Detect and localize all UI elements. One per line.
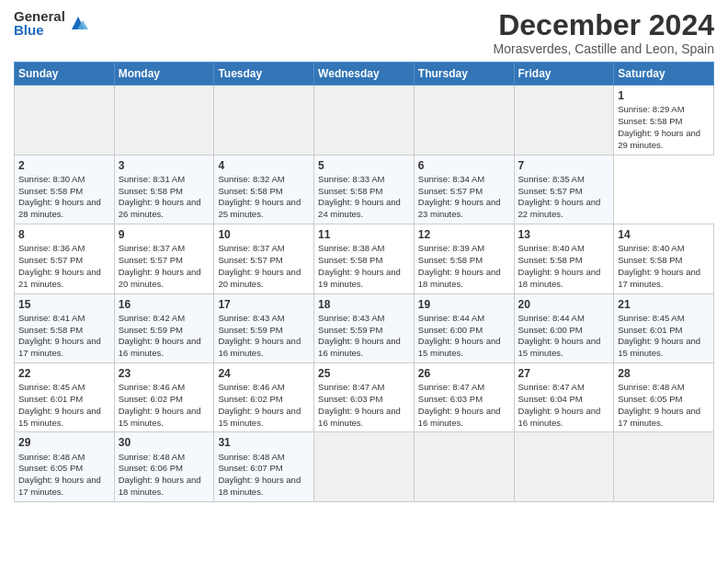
day-number: 4 (218, 158, 310, 173)
week-row-5: 29Sunrise: 8:48 AMSunset: 6:05 PMDayligh… (15, 432, 714, 501)
day-number: 23 (119, 366, 210, 381)
calendar-cell: 5Sunrise: 8:33 AMSunset: 5:58 PMDaylight… (314, 155, 415, 224)
daylight: Daylight: 9 hours and 23 minutes. (418, 197, 501, 219)
sunset: Sunset: 6:03 PM (318, 394, 382, 404)
calendar-cell: 16Sunrise: 8:42 AMSunset: 5:59 PMDayligh… (114, 293, 214, 362)
sunrise: Sunrise: 8:47 AM (318, 382, 384, 392)
daylight: Daylight: 9 hours and 24 minutes. (318, 197, 401, 219)
calendar-cell: 15Sunrise: 8:41 AMSunset: 5:58 PMDayligh… (15, 293, 115, 362)
day-number: 8 (18, 227, 110, 242)
daylight: Daylight: 9 hours and 18 minutes. (218, 475, 301, 497)
day-number: 2 (18, 158, 110, 173)
sunrise: Sunrise: 8:43 AM (218, 313, 284, 323)
sunrise: Sunrise: 8:46 AM (218, 382, 284, 392)
day-number: 19 (418, 297, 510, 312)
sunset: Sunset: 5:58 PM (119, 186, 183, 196)
sunset: Sunset: 5:59 PM (119, 325, 183, 335)
calendar-cell: 21Sunrise: 8:45 AMSunset: 6:01 PMDayligh… (614, 293, 714, 362)
daylight: Daylight: 9 hours and 18 minutes. (119, 475, 201, 497)
day-number: 13 (518, 227, 610, 242)
day-number: 16 (119, 297, 210, 312)
sunrise: Sunrise: 8:40 AM (518, 243, 585, 253)
daylight: Daylight: 9 hours and 16 minutes. (418, 406, 501, 428)
sunrise: Sunrise: 8:47 AM (418, 382, 484, 392)
day-number: 21 (618, 297, 710, 312)
calendar-cell: 14Sunrise: 8:40 AMSunset: 5:58 PMDayligh… (614, 224, 714, 293)
calendar-cell (214, 86, 314, 155)
sunrise: Sunrise: 8:48 AM (218, 452, 284, 462)
sunset: Sunset: 5:58 PM (618, 255, 682, 265)
daylight: Daylight: 9 hours and 16 minutes. (318, 406, 401, 428)
week-row-0: 1Sunrise: 8:29 AMSunset: 5:58 PMDaylight… (15, 86, 714, 155)
calendar-cell: 24Sunrise: 8:46 AMSunset: 6:02 PMDayligh… (214, 362, 314, 431)
sunrise: Sunrise: 8:46 AM (119, 382, 185, 392)
calendar-table: SundayMondayTuesdayWednesdayThursdayFrid… (14, 62, 714, 502)
sunrise: Sunrise: 8:47 AM (518, 382, 585, 392)
daylight: Daylight: 9 hours and 15 minutes. (518, 336, 601, 358)
daylight: Daylight: 9 hours and 29 minutes. (618, 128, 700, 150)
sunrise: Sunrise: 8:45 AM (618, 313, 684, 323)
calendar-cell: 18Sunrise: 8:43 AMSunset: 5:59 PMDayligh… (314, 293, 415, 362)
daylight: Daylight: 9 hours and 15 minutes. (418, 336, 501, 358)
sunset: Sunset: 5:57 PM (418, 186, 483, 196)
calendar-cell: 10Sunrise: 8:37 AMSunset: 5:57 PMDayligh… (214, 224, 314, 293)
day-number: 7 (518, 158, 610, 173)
month-title: December 2024 (494, 9, 714, 41)
daylight: Daylight: 9 hours and 25 minutes. (218, 197, 301, 219)
sunset: Sunset: 5:59 PM (218, 325, 282, 335)
sunset: Sunset: 5:59 PM (318, 325, 382, 335)
day-number: 11 (318, 227, 410, 242)
daylight: Daylight: 9 hours and 15 minutes. (218, 406, 301, 428)
sunrise: Sunrise: 8:45 AM (18, 382, 85, 392)
sunrise: Sunrise: 8:44 AM (518, 313, 585, 323)
week-row-3: 15Sunrise: 8:41 AMSunset: 5:58 PMDayligh… (15, 293, 714, 362)
calendar-cell (614, 432, 714, 501)
logo-blue: Blue (14, 23, 65, 37)
sunrise: Sunrise: 8:33 AM (318, 174, 384, 184)
daylight: Daylight: 9 hours and 15 minutes. (119, 406, 201, 428)
daylight: Daylight: 9 hours and 22 minutes. (518, 197, 601, 219)
col-header-thursday: Thursday (414, 63, 514, 86)
daylight: Daylight: 9 hours and 20 minutes. (119, 267, 201, 289)
day-number: 9 (119, 227, 210, 242)
logo: General Blue (14, 9, 88, 37)
week-row-4: 22Sunrise: 8:45 AMSunset: 6:01 PMDayligh… (15, 362, 714, 431)
daylight: Daylight: 9 hours and 20 minutes. (218, 267, 301, 289)
daylight: Daylight: 9 hours and 15 minutes. (618, 336, 700, 358)
calendar-cell: 19Sunrise: 8:44 AMSunset: 6:00 PMDayligh… (414, 293, 514, 362)
calendar-cell (414, 432, 514, 501)
calendar-cell: 29Sunrise: 8:48 AMSunset: 6:05 PMDayligh… (15, 432, 115, 501)
calendar-cell (514, 86, 614, 155)
daylight: Daylight: 9 hours and 16 minutes. (119, 336, 201, 358)
sunset: Sunset: 5:58 PM (18, 186, 83, 196)
calendar-cell: 28Sunrise: 8:48 AMSunset: 6:05 PMDayligh… (614, 362, 714, 431)
calendar-cell (414, 86, 514, 155)
sunset: Sunset: 6:05 PM (18, 463, 83, 473)
day-number: 29 (18, 435, 110, 450)
day-number: 27 (518, 366, 610, 381)
day-number: 24 (218, 366, 310, 381)
calendar-cell (314, 432, 415, 501)
col-header-sunday: Sunday (15, 63, 115, 86)
daylight: Daylight: 9 hours and 16 minutes. (518, 406, 601, 428)
calendar-cell: 30Sunrise: 8:48 AMSunset: 6:06 PMDayligh… (114, 432, 214, 501)
calendar-cell: 8Sunrise: 8:36 AMSunset: 5:57 PMDaylight… (15, 224, 115, 293)
calendar-cell: 20Sunrise: 8:44 AMSunset: 6:00 PMDayligh… (514, 293, 614, 362)
sunset: Sunset: 6:02 PM (119, 394, 183, 404)
sunrise: Sunrise: 8:43 AM (318, 313, 384, 323)
calendar-cell: 22Sunrise: 8:45 AMSunset: 6:01 PMDayligh… (15, 362, 115, 431)
daylight: Daylight: 9 hours and 17 minutes. (18, 475, 101, 497)
sunset: Sunset: 6:03 PM (418, 394, 483, 404)
day-number: 31 (218, 435, 310, 450)
calendar-cell (114, 86, 214, 155)
sunset: Sunset: 5:58 PM (18, 325, 83, 335)
calendar-cell: 7Sunrise: 8:35 AMSunset: 5:57 PMDaylight… (514, 155, 614, 224)
sunset: Sunset: 6:07 PM (218, 463, 282, 473)
sunset: Sunset: 6:00 PM (418, 325, 483, 335)
week-row-1: 2Sunrise: 8:30 AMSunset: 5:58 PMDaylight… (15, 155, 714, 224)
subtitle: Morasverdes, Castille and Leon, Spain (494, 41, 714, 56)
sunrise: Sunrise: 8:31 AM (119, 174, 185, 184)
sunset: Sunset: 5:58 PM (318, 255, 382, 265)
day-number: 22 (18, 366, 110, 381)
day-number: 5 (318, 158, 410, 173)
